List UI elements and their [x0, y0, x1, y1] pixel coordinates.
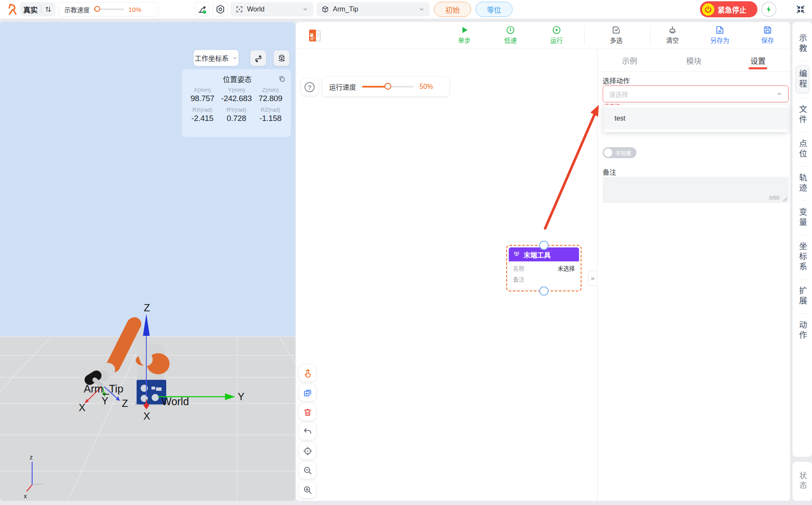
swap-vertical-icon[interactable]	[44, 5, 52, 13]
run-speed-group: 运行速度 50%	[322, 77, 449, 96]
run-button[interactable]: 运行	[537, 25, 576, 47]
emergency-stop-label: 紧急停止	[718, 4, 746, 15]
save-label: 保存	[761, 36, 774, 44]
pose-value: -242.683	[218, 94, 255, 103]
center-view-button[interactable]	[299, 442, 316, 459]
svg-text:X: X	[79, 402, 85, 413]
power-icon	[702, 3, 714, 16]
pose-panel: 位置姿态 X(mm) Y(mm) Z(mm) 98.757 -242.683 7…	[182, 69, 291, 137]
divider	[798, 61, 807, 61]
program-file-icon[interactable]	[306, 27, 323, 44]
pose-value: -1.158	[255, 114, 286, 123]
divider	[650, 26, 650, 45]
status-card[interactable]: 状态	[793, 462, 812, 501]
divider	[798, 235, 807, 235]
run-speed-slider[interactable]	[362, 86, 414, 88]
hand-drag-button[interactable]	[299, 365, 316, 381]
rail-item-extensions[interactable]: 扩展	[797, 284, 808, 309]
emergency-stop-button[interactable]: 紧急停止	[700, 1, 757, 17]
action-select[interactable]: 请选择	[603, 85, 789, 102]
non-blocking-toggle[interactable]: 非阻塞	[603, 147, 636, 158]
tool-frame-value: Arm_Tip	[333, 5, 415, 13]
flow-canvas[interactable]: ? 运行速度 50% 末端工具	[296, 49, 597, 501]
collapse-window-icon[interactable]	[793, 3, 808, 16]
teach-speed-slider[interactable]	[94, 8, 124, 10]
pose-label: Y(mm)	[218, 87, 255, 93]
rail-item-actions[interactable]: 动作	[797, 318, 808, 343]
node-title: 末端工具	[524, 250, 551, 260]
resize-grip-icon[interactable]	[783, 197, 787, 201]
divider	[41, 5, 41, 13]
pose-label: RX(rad)	[187, 107, 218, 113]
run-speed-label: 运行速度	[329, 82, 356, 92]
rail-item-frames[interactable]: 坐标系	[797, 239, 808, 275]
add-node-button[interactable]	[299, 384, 316, 401]
note-field: 0/50	[603, 177, 789, 203]
canvas-toolbar	[299, 365, 316, 498]
zoom-in-button[interactable]	[299, 481, 316, 498]
pose-value: 98.757	[187, 94, 218, 103]
run-speed-value: 50%	[420, 83, 433, 91]
world-frame-dropdown[interactable]: World	[230, 2, 313, 16]
chevron-down-icon	[419, 6, 425, 12]
zero-pose-button[interactable]: 零位	[475, 2, 513, 17]
panel-collapse-handle[interactable]: »	[588, 271, 597, 286]
world-frame-value: World	[247, 5, 299, 13]
tool-frame-dropdown[interactable]: Arm_Tip	[316, 2, 430, 16]
low-speed-button[interactable]: 低速	[491, 25, 530, 47]
viewport-3d[interactable]: Z Y X World X Y Z Arm_Tip	[0, 22, 295, 501]
divider	[798, 98, 807, 98]
delete-button[interactable]	[299, 403, 316, 420]
note-textarea[interactable]	[603, 177, 789, 203]
svg-text:Y: Y	[238, 391, 244, 402]
pose-panel-title: 位置姿态	[187, 74, 278, 84]
copy-icon[interactable]	[278, 75, 286, 83]
note-field-label: 备注	[603, 167, 616, 177]
rail-item-teach[interactable]: 示教	[797, 31, 808, 57]
run-speed-knob[interactable]	[384, 83, 391, 90]
teach-speed-knob[interactable]	[94, 6, 100, 12]
divider	[798, 132, 807, 132]
tab-settings[interactable]: 设置	[726, 49, 790, 71]
rail-item-points[interactable]: 点位	[797, 137, 808, 162]
robot-status-button[interactable]	[195, 2, 210, 16]
run-label: 运行	[550, 36, 563, 44]
multi-select-button[interactable]: 多选	[597, 25, 636, 47]
action-select-label: 选择动作	[603, 75, 630, 85]
rail-item-programming[interactable]: 编程	[796, 66, 809, 93]
help-button[interactable]: ?	[301, 79, 318, 96]
chevron-down-icon	[232, 55, 238, 61]
node-input-port[interactable]	[539, 241, 549, 250]
pose-label: X(mm)	[187, 87, 218, 93]
init-pose-button[interactable]: 初始	[434, 2, 471, 17]
flow-node-end-tool[interactable]: 末端工具 名称 未选择 备注	[506, 245, 582, 291]
mode-label[interactable]: 真实	[23, 4, 38, 15]
tab-examples[interactable]: 示例	[598, 49, 662, 71]
save-button[interactable]: 保存	[748, 25, 787, 47]
node-output-port[interactable]	[539, 286, 549, 296]
teach-speed-value: 10%	[129, 6, 141, 13]
zoom-out-button[interactable]	[299, 462, 316, 479]
settings-hex-button[interactable]	[213, 2, 228, 16]
topbar: 真实 示教速度 10%	[0, 0, 812, 19]
rail-item-trajectory[interactable]: 轨迹	[797, 171, 808, 196]
undo-button[interactable]	[299, 423, 316, 440]
orbit-view-button[interactable]	[274, 50, 289, 66]
action-dropdown: test	[604, 105, 788, 132]
dropdown-option-test[interactable]: test	[604, 107, 788, 129]
work-frame-button[interactable]: 工作坐标系	[194, 50, 239, 66]
tab-modules[interactable]: 模块	[662, 49, 726, 71]
chevron-up-icon	[776, 91, 782, 97]
rail-item-variables[interactable]: 变量	[797, 205, 808, 231]
clear-button[interactable]: 清空	[653, 25, 692, 47]
node-name-label: 名称	[513, 264, 524, 272]
step-run-button[interactable]: 单步	[445, 25, 484, 47]
rail-item-files[interactable]: 文件	[797, 102, 808, 128]
power-status-button[interactable]	[761, 2, 776, 17]
save-as-button[interactable]: 另存为	[700, 25, 739, 47]
app-window: 真实 示教速度 10%	[0, 0, 812, 505]
trajectory-path-button[interactable]	[250, 50, 266, 66]
svg-text:Z: Z	[122, 398, 128, 409]
multi-select-label: 多选	[610, 36, 623, 44]
note-counter: 0/50	[769, 195, 779, 201]
